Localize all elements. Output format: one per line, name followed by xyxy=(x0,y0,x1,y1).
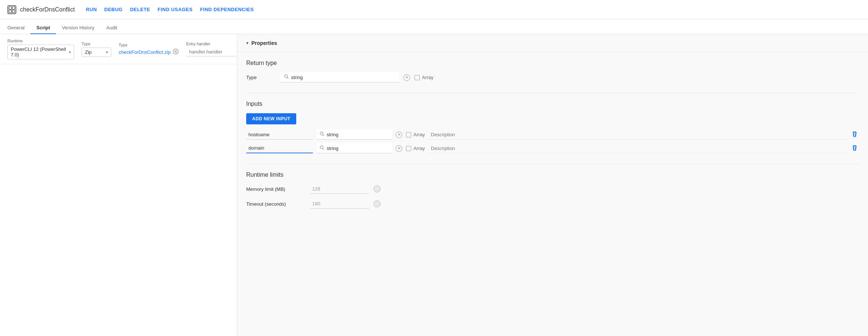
return-type-array-check: Array xyxy=(415,75,433,80)
runtime-value: PowerCLI 12 (PowerShell 7.0) xyxy=(11,46,67,58)
input-description-hostname[interactable] xyxy=(429,130,846,140)
runtime-limits-title: Runtime limits xyxy=(246,172,859,178)
svg-point-11 xyxy=(320,146,323,149)
divider-2 xyxy=(246,164,859,164)
left-panel: Runtime PowerCLI 12 (PowerShell 7.0) ▾ T… xyxy=(0,34,237,336)
delete-hostname-button[interactable] xyxy=(850,130,859,140)
find-usages-button[interactable]: FIND USAGES xyxy=(158,5,192,14)
svg-line-10 xyxy=(323,135,324,136)
entry-handler-field: Entry handler xyxy=(186,42,237,56)
delete-button[interactable]: DELETE xyxy=(130,5,150,14)
runtime-field: Runtime PowerCLI 12 (PowerShell 7.0) ▾ xyxy=(7,39,74,59)
type-chevron-icon: ▾ xyxy=(106,50,108,54)
svg-rect-2 xyxy=(9,10,11,13)
runtime-limits-section: Runtime limits Memory limit (MB) ⓘ Timeo… xyxy=(246,172,859,209)
properties-chevron-icon: ▾ xyxy=(246,40,248,46)
tab-audit[interactable]: Audit xyxy=(100,22,123,34)
svg-point-7 xyxy=(285,75,288,78)
memory-limit-row: Memory limit (MB) ⓘ xyxy=(246,184,859,194)
type-field-label: Type xyxy=(246,75,276,80)
input-description-domain[interactable] xyxy=(429,144,846,153)
timeout-input[interactable] xyxy=(310,199,369,209)
input-type-search-icon-1 xyxy=(320,131,324,137)
type-value: Zip xyxy=(85,49,92,55)
timeout-label: Timeout (seconds) xyxy=(246,201,306,207)
return-type-array-label: Array xyxy=(422,75,433,80)
top-bar: checkForDnsConflict RUN DEBUG DELETE FIN… xyxy=(0,0,868,19)
add-new-input-button[interactable]: ADD NEW INPUT xyxy=(246,113,296,124)
return-type-title: Return type xyxy=(246,60,859,66)
file-link[interactable]: checkForDnsConflict.zip xyxy=(119,49,179,56)
inputs-title: Inputs xyxy=(246,101,859,107)
timeout-row: Timeout (seconds) ⓘ xyxy=(246,199,859,209)
entry-handler-input[interactable] xyxy=(186,48,237,56)
return-type-section: Return type Type ✕ Array xyxy=(246,60,859,82)
properties-content: Return type Type ✕ Array xyxy=(237,52,868,226)
main-layout: Runtime PowerCLI 12 (PowerShell 7.0) ▾ T… xyxy=(0,34,868,336)
file-clear-icon[interactable] xyxy=(173,49,179,56)
memory-limit-input[interactable] xyxy=(310,184,369,194)
svg-rect-0 xyxy=(9,7,11,9)
app-icon xyxy=(7,5,16,14)
timeout-info-icon[interactable]: ⓘ xyxy=(374,200,380,207)
return-type-clear-icon[interactable]: ✕ xyxy=(403,74,410,81)
return-type-search[interactable] xyxy=(280,72,399,82)
svg-point-9 xyxy=(320,132,323,135)
file-type-label: Type xyxy=(119,43,179,47)
divider-1 xyxy=(246,93,859,93)
return-type-input[interactable] xyxy=(291,75,395,80)
input-type-value-hostname[interactable] xyxy=(327,132,389,137)
svg-line-8 xyxy=(287,78,289,79)
delete-domain-button[interactable] xyxy=(850,144,859,153)
input-name-hostname[interactable] xyxy=(246,130,313,140)
input-array-label-hostname: Array xyxy=(413,132,425,137)
inputs-section: Inputs ADD NEW INPUT ✕ Array xyxy=(246,101,859,153)
type-label: Type xyxy=(82,42,111,46)
input-name-domain[interactable] xyxy=(246,143,313,153)
input-array-label-domain: Array xyxy=(413,146,425,151)
return-type-array-checkbox[interactable] xyxy=(415,75,420,80)
script-config: Runtime PowerCLI 12 (PowerShell 7.0) ▾ T… xyxy=(0,34,237,64)
type-field: Type Zip ▾ xyxy=(82,42,111,57)
memory-limit-label: Memory limit (MB) xyxy=(246,186,306,192)
right-panel: ▾ Properties Return type Type ✕ xyxy=(237,34,868,336)
svg-rect-3 xyxy=(12,10,15,13)
input-type-search-icon-2 xyxy=(320,145,324,151)
top-actions: RUN DEBUG DELETE FIND USAGES FIND DEPEND… xyxy=(86,5,254,14)
runtime-chevron-icon: ▾ xyxy=(69,50,71,54)
file-type-field: Type checkForDnsConflict.zip xyxy=(119,43,179,56)
input-row-hostname: ✕ Array xyxy=(246,130,859,140)
svg-rect-1 xyxy=(12,7,15,9)
input-array-checkbox-hostname[interactable] xyxy=(406,132,411,137)
input-clear-hostname[interactable]: ✕ xyxy=(396,131,402,138)
return-type-row: Type ✕ Array xyxy=(246,72,859,82)
file-name: checkForDnsConflict.zip xyxy=(119,49,171,55)
return-type-search-icon xyxy=(284,74,289,80)
input-array-checkbox-domain[interactable] xyxy=(406,146,411,151)
tab-version-history[interactable]: Version History xyxy=(56,22,100,34)
input-type-value-domain[interactable] xyxy=(327,146,389,151)
memory-info-icon[interactable]: ⓘ xyxy=(374,186,380,192)
entry-handler-label: Entry handler xyxy=(186,42,237,46)
type-select[interactable]: Zip ▾ xyxy=(82,48,111,57)
runtime-select[interactable]: PowerCLI 12 (PowerShell 7.0) ▾ xyxy=(7,45,74,59)
input-array-check-domain: Array xyxy=(406,146,425,151)
tab-general[interactable]: General xyxy=(7,22,30,34)
app-title: checkForDnsConflict xyxy=(20,6,75,13)
svg-line-12 xyxy=(323,149,324,150)
input-row-domain: ✕ Array xyxy=(246,143,859,153)
runtime-label: Runtime xyxy=(7,39,74,43)
input-type-domain[interactable] xyxy=(317,143,392,153)
run-button[interactable]: RUN xyxy=(86,5,97,14)
properties-header[interactable]: ▾ Properties xyxy=(237,34,868,52)
input-array-check-hostname: Array xyxy=(406,132,425,137)
tab-script[interactable]: Script xyxy=(30,22,56,34)
input-clear-domain[interactable]: ✕ xyxy=(396,145,402,152)
tab-bar: General Script Version History Audit xyxy=(0,19,868,34)
input-type-hostname[interactable] xyxy=(317,130,392,140)
properties-header-label: Properties xyxy=(251,40,277,46)
find-dependencies-button[interactable]: FIND DEPENDENCIES xyxy=(200,5,254,14)
debug-button[interactable]: DEBUG xyxy=(104,5,122,14)
